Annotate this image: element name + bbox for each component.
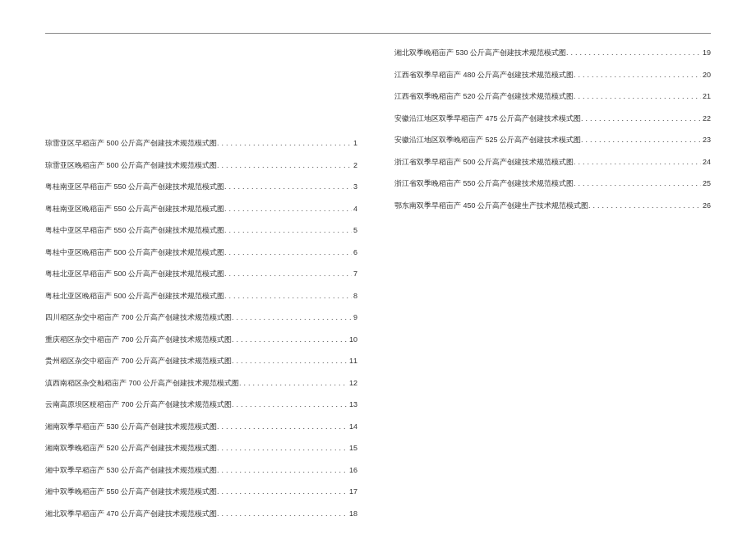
toc-title: 琼雷亚区早稻亩产 500 公斤高产创建技术规范模式图 [45, 138, 217, 149]
toc-row: 粤桂南亚区早稻亩产 550 公斤高产创建技术规范模式图3 [45, 182, 357, 192]
toc-title: 滇西南稻区杂交籼稻亩产 700 公斤高产创建技术规范模式图 [45, 378, 239, 389]
toc-row: 贵州稻区杂交中稻亩产 700 公斤高产创建技术规范模式图11 [45, 356, 357, 367]
toc-leader-dots [239, 379, 348, 387]
toc-row: 安徽沿江地区双季早稻亩产 475 公斤高产创建技术模式图22 [394, 113, 711, 124]
toc-title: 湘南双季晚稻亩产 520 公斤高产创建技术规范模式图 [45, 443, 217, 454]
toc-page-number: 17 [348, 487, 357, 496]
toc-leader-dots [217, 466, 348, 474]
toc-leader-dots [232, 335, 348, 344]
toc-leader-dots [217, 139, 352, 147]
toc-page-number: 18 [348, 510, 357, 518]
toc-title: 安徽沿江地区双季晚稻亩产 525 公斤高产创建技术模式图 [394, 135, 581, 145]
toc-page-number: 3 [352, 182, 357, 191]
toc-leader-dots [574, 158, 701, 166]
toc-title: 粤桂南亚区晚稻亩产 550 公斤高产创建技术规范模式图 [45, 204, 224, 214]
toc-page-number: 10 [348, 335, 357, 344]
toc-page-number: 16 [348, 466, 357, 474]
toc-page-number: 13 [348, 400, 357, 408]
toc-title: 粤桂南亚区早稻亩产 550 公斤高产创建技术规范模式图 [45, 182, 224, 192]
toc-page-number: 26 [701, 201, 711, 210]
toc-leader-dots [232, 400, 348, 408]
toc-leader-dots [566, 48, 701, 57]
toc-title: 安徽沿江地区双季早稻亩产 475 公斤高产创建技术模式图 [394, 113, 581, 124]
toc-leader-dots [588, 201, 701, 210]
toc-leader-dots [217, 161, 352, 169]
toc-row: 鄂东南双季早稻亩产 450 公斤高产创建生产技术规范模式图26 [394, 201, 711, 211]
toc-title: 四川稻区杂交中稻亩产 700 公斤高产创建技术规范模式图 [45, 312, 232, 323]
toc-row: 湘北双季晚稻亩产 530 公斤高产创建技术规范模式图19 [394, 48, 711, 58]
toc-row: 湘南双季早稻亩产 530 公斤高产创建技术规范模式图14 [45, 422, 357, 432]
toc-leader-dots [581, 136, 701, 144]
toc-row: 滇西南稻区杂交籼稻亩产 700 公斤高产创建技术规范模式图12 [45, 378, 357, 389]
toc-title: 鄂东南双季早稻亩产 450 公斤高产创建生产技术规范模式图 [394, 201, 588, 211]
toc-page-number: 24 [701, 158, 711, 166]
toc-title: 湘中双季早稻亩产 530 公斤高产创建技术规范模式图 [45, 465, 217, 476]
toc-page-number: 5 [352, 226, 357, 234]
toc-right-column: 湘北双季晚稻亩产 530 公斤高产创建技术规范模式图19江西省双季早稻亩产 48… [378, 48, 711, 535]
toc-row: 琼雷亚区早稻亩产 500 公斤高产创建技术规范模式图1 [45, 138, 357, 149]
toc-page-number: 19 [701, 48, 711, 57]
toc-leader-dots [574, 71, 701, 79]
toc-leader-dots [224, 226, 352, 234]
toc-leader-dots [232, 313, 352, 321]
toc-leader-dots [581, 114, 701, 122]
toc-row: 琼雷亚区晚稻亩产 500 公斤高产创建技术规范模式图2 [45, 160, 357, 171]
toc-leader-dots [217, 422, 348, 431]
toc-page-number: 14 [348, 422, 357, 431]
toc-row: 粤桂南亚区晚稻亩产 550 公斤高产创建技术规范模式图4 [45, 204, 357, 214]
vertical-spacer [394, 222, 711, 535]
toc-row: 江西省双季早稻亩产 480 公斤高产创建技术规范模式图20 [394, 70, 711, 81]
toc-leader-dots [574, 92, 701, 100]
toc-title: 江西省双季晚稻亩产 520 公斤高产创建技术规范模式图 [394, 91, 574, 102]
toc-leader-dots [217, 444, 348, 452]
toc-title: 浙江省双季晚稻亩产 550 公斤高产创建技术规范模式图 [394, 178, 574, 189]
toc-title: 粤桂北亚区早稻亩产 500 公斤高产创建技术规范模式图 [45, 269, 224, 279]
toc-row: 粤桂北亚区晚稻亩产 500 公斤高产创建技术规范模式图8 [45, 291, 357, 302]
toc-title: 重庆稻区杂交中稻亩产 700 公斤高产创建技术规范模式图 [45, 334, 232, 345]
toc-leader-dots [217, 487, 348, 496]
toc-page-number: 15 [348, 444, 357, 452]
toc-page-number: 23 [701, 136, 711, 144]
toc-page-number: 9 [352, 313, 357, 321]
toc-title: 云南高原坝区粳稻亩产 700 公斤高产创建技术规范模式图 [45, 399, 232, 410]
horizontal-rule [45, 33, 711, 34]
toc-page-number: 2 [352, 161, 357, 169]
toc-page-number: 21 [701, 92, 711, 100]
toc-title: 粤桂中亚区晚稻亩产 500 公斤高产创建技术规范模式图 [45, 247, 224, 258]
toc-title: 琼雷亚区晚稻亩产 500 公斤高产创建技术规范模式图 [45, 160, 217, 171]
toc-row: 湘南双季晚稻亩产 520 公斤高产创建技术规范模式图15 [45, 443, 357, 454]
toc-row: 粤桂中亚区早稻亩产 550 公斤高产创建技术规范模式图5 [45, 225, 357, 236]
toc-page-number: 6 [352, 248, 357, 256]
toc-page-number: 12 [348, 379, 357, 387]
toc-title: 湘中双季晚稻亩产 550 公斤高产创建技术规范模式图 [45, 487, 217, 497]
toc-title: 湘北双季早稻亩产 470 公斤高产创建技术规范模式图 [45, 509, 217, 519]
toc-row: 重庆稻区杂交中稻亩产 700 公斤高产创建技术规范模式图10 [45, 334, 357, 345]
toc-leader-dots [224, 292, 352, 300]
toc-page-number: 20 [701, 71, 711, 79]
toc-row: 粤桂北亚区早稻亩产 500 公斤高产创建技术规范模式图7 [45, 269, 357, 279]
toc-leader-dots [224, 248, 352, 256]
toc-page-number: 4 [352, 205, 357, 213]
toc-title: 粤桂北亚区晚稻亩产 500 公斤高产创建技术规范模式图 [45, 291, 224, 302]
toc-row: 浙江省双季晚稻亩产 550 公斤高产创建技术规范模式图25 [394, 178, 711, 189]
toc-row: 安徽沿江地区双季晚稻亩产 525 公斤高产创建技术模式图23 [394, 135, 711, 145]
toc-row: 湘中双季早稻亩产 530 公斤高产创建技术规范模式图16 [45, 465, 357, 476]
toc-row: 湘中双季晚稻亩产 550 公斤高产创建技术规范模式图17 [45, 487, 357, 497]
toc-title: 江西省双季早稻亩产 480 公斤高产创建技术规范模式图 [394, 70, 574, 81]
toc-title: 贵州稻区杂交中稻亩产 700 公斤高产创建技术规范模式图 [45, 356, 232, 367]
toc-row: 浙江省双季早稻亩产 500 公斤高产创建技术规范模式图24 [394, 157, 711, 168]
toc-page-number: 25 [701, 179, 711, 187]
toc-leader-dots [232, 357, 348, 365]
toc-title: 浙江省双季早稻亩产 500 公斤高产创建技术规范模式图 [394, 157, 574, 168]
toc-page-number: 8 [352, 292, 357, 300]
toc-row: 湘北双季早稻亩产 470 公斤高产创建技术规范模式图18 [45, 509, 357, 519]
toc-page-number: 1 [352, 139, 357, 147]
toc-row: 四川稻区杂交中稻亩产 700 公斤高产创建技术规范模式图9 [45, 312, 357, 323]
toc-row: 江西省双季晚稻亩产 520 公斤高产创建技术规范模式图21 [394, 91, 711, 102]
toc-left-column: 琼雷亚区早稻亩产 500 公斤高产创建技术规范模式图1琼雷亚区晚稻亩产 500 … [45, 48, 378, 535]
toc-row: 粤桂中亚区晚稻亩产 500 公斤高产创建技术规范模式图6 [45, 247, 357, 258]
toc-row: 云南高原坝区粳稻亩产 700 公斤高产创建技术规范模式图13 [45, 399, 357, 410]
toc-leader-dots [574, 179, 701, 187]
toc-leader-dots [224, 270, 352, 278]
toc-title: 湘北双季晚稻亩产 530 公斤高产创建技术规范模式图 [394, 48, 566, 58]
